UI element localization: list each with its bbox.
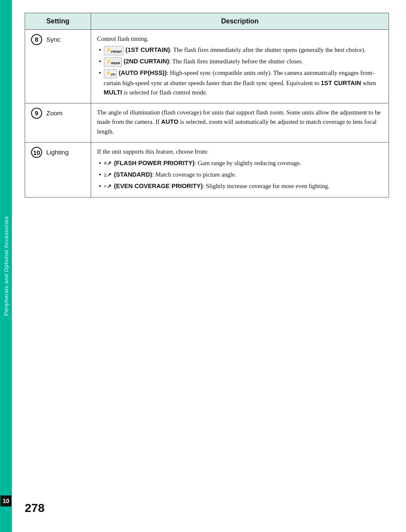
header-description: Description xyxy=(91,13,389,30)
setting-label-lighting: Lighting xyxy=(46,149,69,156)
table-row: 8 Sync Control flash timing. • ⚡FRONT (1… xyxy=(25,30,389,103)
term-auto-fp: (AUTO FP(HSS)) xyxy=(119,69,167,76)
icon-standard: ≥↗ xyxy=(104,172,112,178)
header-setting: Setting xyxy=(25,13,91,30)
term-multi: MULTI xyxy=(104,89,122,96)
sync-intro: Control flash timing. xyxy=(97,34,383,43)
desc-cell-zoom: The angle of illumination (flash coverag… xyxy=(91,103,389,142)
chapter-badge: 10 xyxy=(0,495,11,506)
setting-cell-zoom: 9 Zoom xyxy=(25,103,91,142)
term-auto: AUTO xyxy=(161,118,179,125)
page-container: Peripherals and Optional Accessories 10 … xyxy=(0,0,406,532)
setting-cell-lighting: 10 Lighting xyxy=(25,143,91,197)
desc-cell-lighting: If the unit supports this feature, choos… xyxy=(91,143,389,197)
term-1st-curtain-ref: 1ST CURTAIN xyxy=(321,80,361,86)
term-standard: (STANDARD) xyxy=(114,171,152,178)
sync-bullet-1: • ⚡FRONT (1ST CURTAIN): The flash fires … xyxy=(97,45,383,55)
settings-table: Setting Description 8 Sync Control flash… xyxy=(25,13,389,197)
lighting-intro: If the unit supports this feature, choos… xyxy=(97,147,383,156)
desc-cell-sync: Control flash timing. • ⚡FRONT (1ST CURT… xyxy=(91,30,389,103)
setting-cell-sync: 8 Sync xyxy=(25,30,91,103)
icon-rear: ⚡REAR xyxy=(104,57,122,67)
term-2nd-curtain: (2ND CURTAIN) xyxy=(123,58,169,65)
page-number: 278 xyxy=(25,489,389,515)
setting-number-9: 9 xyxy=(31,108,42,119)
lighting-bullet-1: • ≡↗ (FLASH POWER PRIORITY): Gain range … xyxy=(97,158,383,169)
zoom-desc: The angle of illumination (flash coverag… xyxy=(97,108,383,136)
lighting-bullet-2: • ≥↗ (STANDARD): Match coverage to pictu… xyxy=(97,170,383,180)
icon-ecp: >↗ xyxy=(104,183,112,189)
icon-front: ⚡FRONT xyxy=(104,46,124,55)
term-1st-curtain: (1ST CURTAIN) xyxy=(126,46,170,53)
setting-number-8: 8 xyxy=(31,34,42,45)
term-flash-power-priority: (FLASH POWER PRIORITY) xyxy=(114,160,194,166)
sidebar-label: Peripherals and Optional Accessories xyxy=(3,216,9,316)
sync-bullet-3: • ⚡FP (AUTO FP(HSS)): High-speed sync (c… xyxy=(97,68,383,97)
icon-fpp: ≡↗ xyxy=(104,160,112,166)
icon-hss: ⚡FP xyxy=(104,69,117,78)
lighting-bullet-3: • >↗ (EVEN COVERAGE PRIORITY): Slightly … xyxy=(97,181,383,192)
setting-label-zoom: Zoom xyxy=(46,109,63,117)
sync-bullet-2: • ⚡REAR (2ND CURTAIN): The flash fires i… xyxy=(97,57,383,67)
setting-number-10: 10 xyxy=(31,147,42,158)
main-content: Setting Description 8 Sync Control flash… xyxy=(12,0,406,532)
term-even-coverage: (EVEN COVERAGE PRIORITY) xyxy=(114,183,203,189)
table-row: 10 Lighting If the unit supports this fe… xyxy=(25,143,389,197)
table-row: 9 Zoom The angle of illumination (flash … xyxy=(25,103,389,142)
setting-label-sync: Sync xyxy=(46,36,60,43)
sidebar-tab: Peripherals and Optional Accessories 10 xyxy=(0,0,12,532)
